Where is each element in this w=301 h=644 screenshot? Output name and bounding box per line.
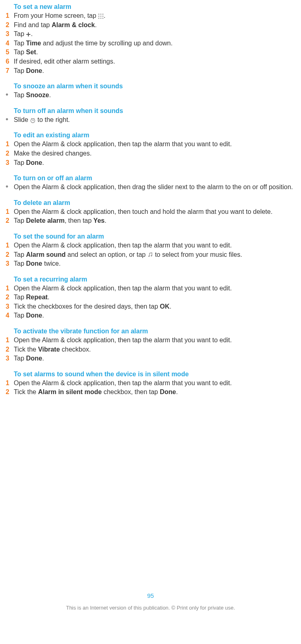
step-row: 6If desired, edit other alarm settings. <box>6 57 295 66</box>
step-text: Tick the Alarm in silent mode checkbox, … <box>14 388 295 397</box>
step-row: 4Tap Time and adjust the time by scrolli… <box>6 39 295 48</box>
section-title: To set a recurring alarm <box>14 276 295 283</box>
step-text: Open the Alarm & clock application, then… <box>14 336 295 345</box>
step-text: Open the Alarm & clock application, then… <box>14 183 295 192</box>
bullet-marker: • <box>6 183 14 191</box>
svg-point-6 <box>98 17 100 19</box>
step-text: Tap Done. <box>14 66 295 75</box>
step-row: 2Tick the Alarm in silent mode checkbox,… <box>6 388 295 397</box>
step-number: 1 <box>6 11 14 20</box>
step-text: Tap . <box>14 30 295 38</box>
step-row: 2Tap Repeat. <box>6 293 295 302</box>
step-text: Open the Alarm & clock application, then… <box>14 207 295 216</box>
step-number: 2 <box>6 293 14 302</box>
step-text: Make the desired changes. <box>14 149 295 158</box>
step-row: 3Tap Done twice. <box>6 259 295 268</box>
step-text: Tap Done. <box>14 311 295 320</box>
step-number: 6 <box>6 57 14 66</box>
step-row: 1Open the Alarm & clock application, the… <box>6 336 295 345</box>
svg-point-1 <box>100 13 102 15</box>
step-text: Open the Alarm & clock application, then… <box>14 284 295 293</box>
svg-point-0 <box>98 13 100 15</box>
step-number: 3 <box>6 259 14 268</box>
section-title: To delete an alarm <box>14 199 295 207</box>
step-row: 1Open the Alarm & clock application, the… <box>6 207 295 216</box>
step-text: Tap Delete alarm, then tap Yes. <box>14 216 295 225</box>
bullet-marker: • <box>6 91 14 99</box>
step-text: From your Home screen, tap . <box>14 11 295 20</box>
svg-line-15 <box>34 118 34 119</box>
step-text: Open the Alarm & clock application, then… <box>14 140 295 149</box>
page-footer: 95This is an Internet version of this pu… <box>0 592 301 611</box>
step-row: 1Open the Alarm & clock application, the… <box>6 140 295 149</box>
section-title: To turn on or off an alarm <box>14 175 295 182</box>
step-number: 2 <box>6 21 14 30</box>
step-text: Tap Done. <box>14 354 295 363</box>
step-row: 3Tick the checkboxes for the desired day… <box>6 302 295 311</box>
svg-line-14 <box>31 118 32 119</box>
section-title: To edit an existing alarm <box>14 132 295 139</box>
section-title: To turn off an alarm when it sounds <box>14 107 295 115</box>
step-number: 7 <box>6 66 14 75</box>
section-title: To snooze an alarm when it sounds <box>14 83 295 90</box>
svg-point-8 <box>102 17 104 19</box>
step-number: 3 <box>6 302 14 311</box>
step-number: 2 <box>6 149 14 158</box>
step-row: 2Find and tap Alarm & clock. <box>6 21 295 30</box>
svg-point-17 <box>148 256 149 257</box>
step-number: 3 <box>6 354 14 363</box>
step-number: 1 <box>6 241 14 250</box>
step-text: Tap Done. <box>14 158 295 167</box>
step-row: 3Tap Done. <box>6 158 295 167</box>
step-row: 1From your Home screen, tap . <box>6 11 295 20</box>
step-number: 1 <box>6 336 14 345</box>
step-row: 2Tap Delete alarm, then tap Yes. <box>6 216 295 225</box>
step-number: 2 <box>6 216 14 225</box>
step-text: Find and tap Alarm & clock. <box>14 21 295 30</box>
step-number: 5 <box>6 48 14 57</box>
step-row: 2Tap Alarm sound and select an option, o… <box>6 250 295 259</box>
step-number: 1 <box>6 284 14 293</box>
step-row: 2Make the desired changes. <box>6 149 295 158</box>
section-title: To activate the vibrate function for an … <box>14 328 295 335</box>
step-number: 2 <box>6 345 14 354</box>
step-row: •Tap Snooze. <box>6 91 295 100</box>
step-row: 5Tap Set. <box>6 48 295 57</box>
step-row: 1Open the Alarm & clock application, the… <box>6 284 295 293</box>
footer-text: This is an Internet version of this publ… <box>0 605 301 611</box>
step-number: 3 <box>6 158 14 167</box>
step-text: If desired, edit other alarm settings. <box>14 57 295 66</box>
step-text: Tap Alarm sound and select an option, or… <box>14 250 295 259</box>
step-number: 1 <box>6 140 14 149</box>
svg-point-3 <box>98 15 100 17</box>
step-text: Slide to the right. <box>14 115 295 124</box>
section-title: To set alarms to sound when the device i… <box>14 371 295 378</box>
step-number: 3 <box>6 30 14 38</box>
step-row: 7Tap Done. <box>6 66 295 75</box>
step-row: 4Tap Done. <box>6 311 295 320</box>
bullet-marker: • <box>6 115 14 124</box>
step-number: 4 <box>6 311 14 320</box>
step-row: 1Open the Alarm & clock application, the… <box>6 379 295 388</box>
page-number: 95 <box>0 592 301 599</box>
step-number: 1 <box>6 379 14 388</box>
apps-icon <box>98 13 104 19</box>
step-row: •Slide to the right. <box>6 115 295 124</box>
step-row: 1Open the Alarm & clock application, the… <box>6 241 295 250</box>
step-text: Tap Time and adjust the time by scrollin… <box>14 39 295 48</box>
step-text: Tap Done twice. <box>14 259 295 268</box>
step-text: Tick the Vibrate checkbox. <box>14 345 295 354</box>
step-number: 2 <box>6 388 14 397</box>
step-row: 2Tick the Vibrate checkbox. <box>6 345 295 354</box>
step-text: Open the Alarm & clock application, then… <box>14 241 295 250</box>
step-number: 1 <box>6 207 14 216</box>
section-title: To set the sound for an alarm <box>14 233 295 240</box>
svg-point-2 <box>102 13 104 15</box>
svg-point-4 <box>100 15 102 17</box>
step-row: •Open the Alarm & clock application, the… <box>6 183 295 192</box>
music-icon <box>147 252 153 258</box>
step-row: 3Tap Done. <box>6 354 295 363</box>
step-text: Tick the checkboxes for the desired days… <box>14 302 295 311</box>
step-number: 2 <box>6 250 14 259</box>
svg-point-7 <box>100 17 102 19</box>
